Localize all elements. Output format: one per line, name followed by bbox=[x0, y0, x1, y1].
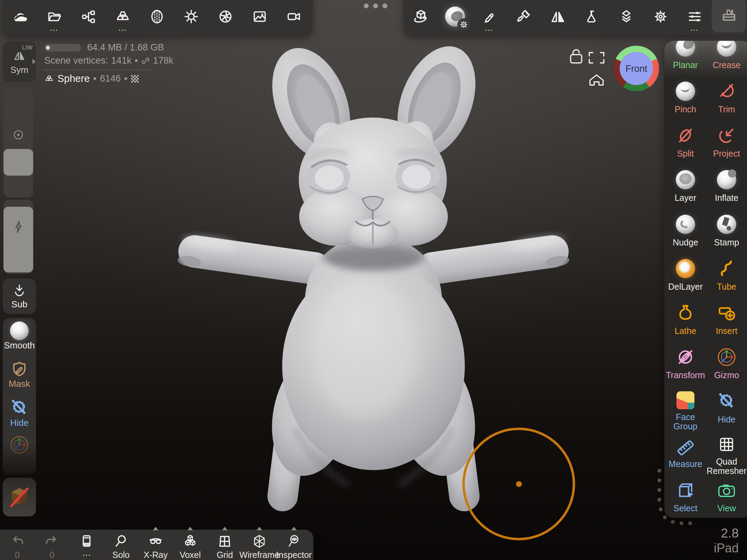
radius-slider-handle[interactable] bbox=[3, 149, 33, 176]
filter-flask-button[interactable] bbox=[575, 1, 609, 32]
tool-split[interactable]: Split bbox=[665, 123, 706, 165]
object-row[interactable]: Sphere • 6146 • bbox=[44, 73, 173, 84]
voxel-button[interactable]: Voxel bbox=[173, 532, 208, 560]
dot-separator: • bbox=[135, 55, 138, 66]
tool-hide[interactable]: Hide bbox=[707, 389, 747, 431]
material-button[interactable] bbox=[438, 1, 472, 32]
symmetry-button[interactable] bbox=[541, 1, 575, 32]
camera-video-button[interactable] bbox=[277, 1, 311, 32]
tool-label: Planar bbox=[673, 60, 698, 70]
tool-planar[interactable]: Planar bbox=[665, 41, 706, 76]
hide-dotted-icon bbox=[10, 398, 29, 418]
tool-gizmo[interactable]: Gizmo bbox=[707, 344, 747, 386]
post-process-button[interactable] bbox=[208, 1, 242, 32]
primitive-box-button[interactable] bbox=[404, 1, 438, 32]
material-gear-badge bbox=[458, 18, 470, 31]
tool-project[interactable]: Project bbox=[707, 123, 747, 165]
tool-trim[interactable]: Trim bbox=[707, 78, 747, 121]
hide-label: Hide bbox=[10, 418, 28, 428]
tool-label: Lathe bbox=[675, 326, 697, 336]
nudge-sphere-icon bbox=[676, 215, 695, 234]
tool-tube[interactable]: Tube bbox=[707, 256, 747, 298]
orientation-front-label: Front bbox=[625, 64, 647, 74]
files-button[interactable]: ⋯ bbox=[37, 1, 71, 32]
tool-layer[interactable]: Layer bbox=[665, 167, 706, 209]
grid-expand-icon[interactable] bbox=[222, 527, 228, 530]
xray-expand-icon[interactable] bbox=[153, 527, 158, 530]
redo-button[interactable]: 0 bbox=[35, 532, 69, 560]
interface-sliders-button[interactable]: ⋯ bbox=[677, 1, 712, 32]
xray-button[interactable]: X-Ray bbox=[138, 532, 173, 560]
tool-crease[interactable]: Crease bbox=[707, 41, 747, 76]
lighting-button[interactable] bbox=[174, 1, 208, 32]
radius-slider[interactable] bbox=[3, 87, 33, 197]
intensity-slider-handle[interactable] bbox=[3, 207, 33, 272]
tool-stamp[interactable]: Stamp bbox=[707, 212, 747, 254]
nomad-logo[interactable] bbox=[3, 1, 37, 32]
tool-facegroup[interactable]: Face Group bbox=[665, 389, 706, 431]
dynamic-topology-off-button[interactable] bbox=[3, 478, 36, 516]
paint-brush-button[interactable] bbox=[506, 1, 541, 32]
lock-icon[interactable] bbox=[571, 50, 582, 63]
tool-transform[interactable]: Transform bbox=[665, 344, 706, 386]
toolbox-button[interactable] bbox=[712, 0, 746, 32]
intensity-slider[interactable] bbox=[3, 200, 33, 274]
inspector-expand-icon[interactable] bbox=[291, 527, 297, 530]
mask-tool[interactable]: Mask bbox=[9, 360, 30, 389]
tool-label: Nudge bbox=[673, 238, 698, 247]
layers-pyramid-button[interactable]: ⋯ bbox=[105, 1, 140, 32]
fullscreen-icon[interactable] bbox=[589, 53, 604, 63]
tool-pinch[interactable]: Pinch bbox=[665, 78, 706, 121]
tool-view[interactable]: View bbox=[707, 477, 747, 518]
wireframe-button[interactable]: Wireframe bbox=[242, 532, 277, 560]
intensity-bolt-icon bbox=[12, 220, 24, 234]
inspector-button[interactable]: Inspector bbox=[277, 532, 311, 560]
scene-graph-button[interactable] bbox=[71, 1, 105, 32]
sliders-more-dots: ⋯ bbox=[690, 28, 699, 32]
layers-more-dots: ⋯ bbox=[118, 28, 127, 32]
tool-label: Tube bbox=[717, 282, 736, 291]
home-icon[interactable] bbox=[590, 75, 603, 85]
sub-label: Sub bbox=[11, 299, 27, 310]
sub-arrow-icon bbox=[12, 283, 26, 297]
pen-more-dots: ⋯ bbox=[485, 28, 494, 32]
brush-cursor-circle bbox=[462, 428, 575, 540]
tool-insert[interactable]: Insert bbox=[707, 300, 747, 342]
orientation-gizmo[interactable]: Front bbox=[613, 45, 660, 92]
tool-label: Insert bbox=[716, 326, 738, 336]
hide-tool[interactable]: Hide bbox=[10, 398, 29, 428]
tool-quad-remesher[interactable]: Quad Remesher bbox=[707, 433, 747, 475]
lathe-vase-icon bbox=[676, 303, 695, 323]
toolbar-bottom: 0 0 ⋯ Solo X-Ray bbox=[0, 530, 313, 560]
tool-measure[interactable]: Measure bbox=[665, 433, 706, 475]
crease-sphere-icon bbox=[717, 41, 736, 57]
tool-label: Measure bbox=[668, 459, 702, 469]
tool-select[interactable]: Select bbox=[665, 477, 706, 518]
settings-gear-button[interactable] bbox=[643, 1, 677, 32]
wireframe-expand-icon[interactable] bbox=[257, 527, 262, 530]
sub-button[interactable]: Sub bbox=[3, 279, 36, 314]
grid-button[interactable]: Grid bbox=[208, 532, 242, 560]
stroke-pen-button[interactable]: ⋯ bbox=[472, 1, 506, 32]
background-image-button[interactable] bbox=[242, 1, 277, 32]
tool-dellayer[interactable]: DelLayer bbox=[665, 256, 706, 298]
tool-label: Quad Remesher bbox=[707, 457, 747, 475]
smooth-tool[interactable]: Smooth bbox=[4, 321, 35, 351]
vertices-label: Scene vertices: bbox=[44, 55, 108, 66]
tool-label: Gizmo bbox=[714, 371, 739, 380]
layers-stack-button[interactable] bbox=[609, 1, 643, 32]
solo-button[interactable]: Solo bbox=[104, 532, 138, 560]
symmetry-toggle-button[interactable]: L/W Sym bbox=[3, 41, 36, 82]
voxel-expand-icon[interactable] bbox=[187, 527, 193, 530]
tool-nudge[interactable]: Nudge bbox=[665, 212, 706, 254]
tube-icon bbox=[717, 259, 736, 278]
sym-expand-arrow-icon bbox=[33, 59, 36, 64]
tool-label: Face Group bbox=[665, 412, 706, 431]
dot-separator: • bbox=[93, 73, 96, 84]
topology-button[interactable] bbox=[140, 1, 174, 32]
tool-lathe[interactable]: Lathe bbox=[665, 300, 706, 342]
tool-inflate[interactable]: Inflate bbox=[707, 167, 747, 209]
dot-separator: • bbox=[124, 73, 127, 84]
history-journal-button[interactable]: ⋯ bbox=[69, 532, 104, 560]
undo-button[interactable]: 0 bbox=[0, 532, 35, 560]
